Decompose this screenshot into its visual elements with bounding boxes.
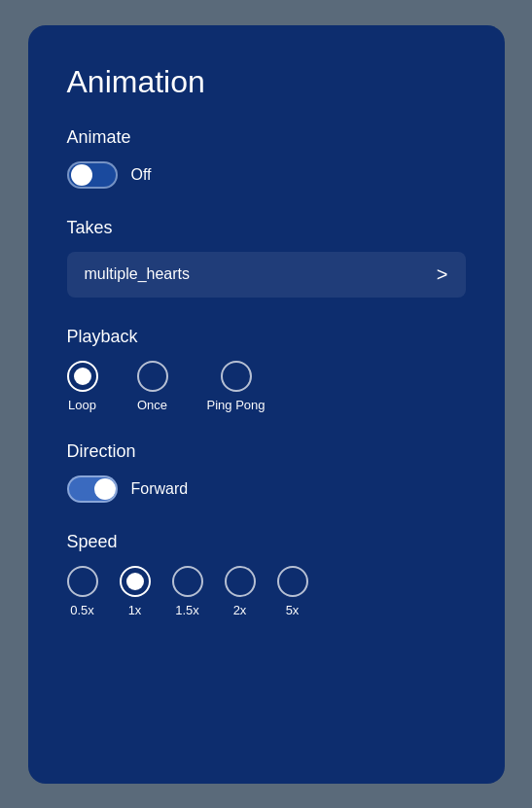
- animation-panel: Animation Animate Off Takes multiple_hea…: [28, 25, 505, 784]
- animate-toggle-label: Off: [131, 166, 152, 184]
- takes-value: multiple_hearts: [85, 265, 191, 283]
- direction-section: Direction Forward: [67, 441, 466, 503]
- takes-row[interactable]: multiple_hearts >: [67, 252, 466, 298]
- playback-pingpong-label: Ping Pong: [207, 398, 266, 412]
- speed-1.5x[interactable]: 1.5x: [172, 566, 203, 617]
- speed-2x-circle: [225, 566, 256, 597]
- animate-label: Animate: [67, 127, 466, 148]
- speed-5x-label: 5x: [286, 603, 300, 617]
- direction-toggle-row: Forward: [67, 475, 466, 503]
- speed-2x-label: 2x: [233, 603, 247, 617]
- page-title: Animation: [67, 64, 466, 100]
- speed-1x-inner: [126, 573, 144, 590]
- playback-once-circle: [137, 361, 168, 392]
- direction-toggle-knob: [94, 478, 116, 500]
- animate-section: Animate Off: [67, 127, 466, 189]
- direction-toggle-label: Forward: [131, 480, 189, 498]
- speed-section: Speed 0.5x 1x 1.5x 2x: [67, 532, 466, 617]
- speed-0.5x-circle: [67, 566, 98, 597]
- playback-pingpong[interactable]: Ping Pong: [207, 361, 266, 412]
- speed-1x-circle: [120, 566, 151, 597]
- takes-label: Takes: [67, 218, 466, 238]
- direction-label: Direction: [67, 441, 466, 462]
- playback-radio-group: Loop Once Ping Pong: [67, 361, 466, 412]
- speed-1.5x-circle: [172, 566, 203, 597]
- speed-radio-group: 0.5x 1x 1.5x 2x 5x: [67, 566, 466, 617]
- playback-loop-label: Loop: [68, 398, 96, 412]
- playback-once-label: Once: [137, 398, 167, 412]
- speed-1.5x-label: 1.5x: [175, 603, 199, 617]
- playback-loop-inner: [74, 368, 91, 385]
- playback-pingpong-circle: [221, 361, 252, 392]
- animate-toggle[interactable]: [67, 161, 118, 189]
- animate-toggle-row: Off: [67, 161, 466, 189]
- speed-5x-circle: [277, 566, 308, 597]
- playback-loop[interactable]: Loop: [67, 361, 98, 412]
- speed-label: Speed: [67, 532, 466, 552]
- speed-1x-label: 1x: [128, 603, 142, 617]
- animate-toggle-knob: [71, 164, 92, 186]
- speed-5x[interactable]: 5x: [277, 566, 308, 617]
- direction-toggle[interactable]: [67, 475, 118, 503]
- takes-chevron-icon: >: [437, 263, 448, 286]
- playback-section: Playback Loop Once Ping Pong: [67, 327, 466, 412]
- speed-2x[interactable]: 2x: [225, 566, 256, 617]
- speed-0.5x-label: 0.5x: [70, 603, 94, 617]
- playback-label: Playback: [67, 327, 466, 347]
- speed-0.5x[interactable]: 0.5x: [67, 566, 98, 617]
- takes-section: Takes multiple_hearts >: [67, 218, 466, 298]
- speed-1x[interactable]: 1x: [120, 566, 151, 617]
- playback-once[interactable]: Once: [137, 361, 168, 412]
- playback-loop-circle: [67, 361, 98, 392]
